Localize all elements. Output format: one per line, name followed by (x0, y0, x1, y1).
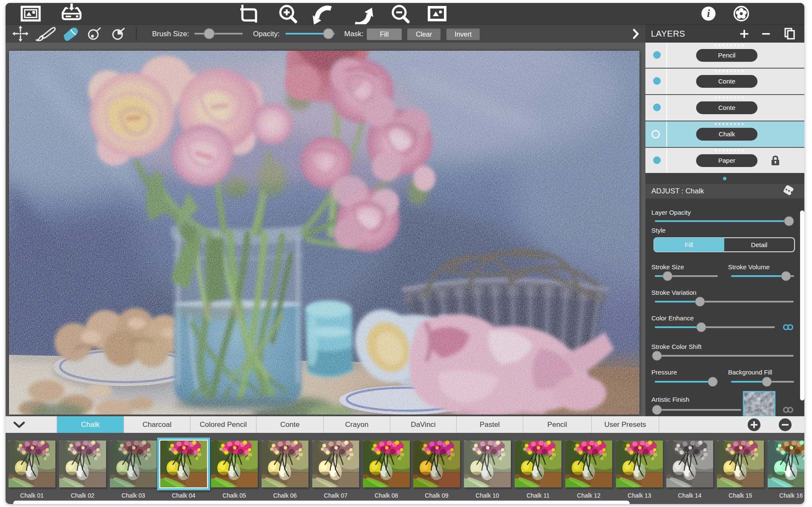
svg-text:Detail: Detail (751, 241, 767, 248)
svg-text:Layer Opacity: Layer Opacity (651, 209, 691, 216)
svg-text:Stroke Variation: Stroke Variation (651, 289, 697, 296)
svg-text:i: i (707, 8, 710, 19)
svg-text:Style: Style (651, 227, 665, 234)
svg-text:Stroke Size: Stroke Size (651, 263, 684, 271)
svg-text:Stroke Color Shift: Stroke Color Shift (651, 343, 702, 350)
svg-text:Pressure: Pressure (651, 369, 677, 376)
svg-text:Artistic Finish: Artistic Finish (651, 396, 689, 403)
svg-text:Color Enhance: Color Enhance (651, 314, 694, 322)
svg-text:Background Fill: Background Fill (728, 369, 772, 376)
svg-text:Fill: Fill (685, 241, 693, 248)
svg-text:Stroke Volume: Stroke Volume (728, 263, 770, 271)
